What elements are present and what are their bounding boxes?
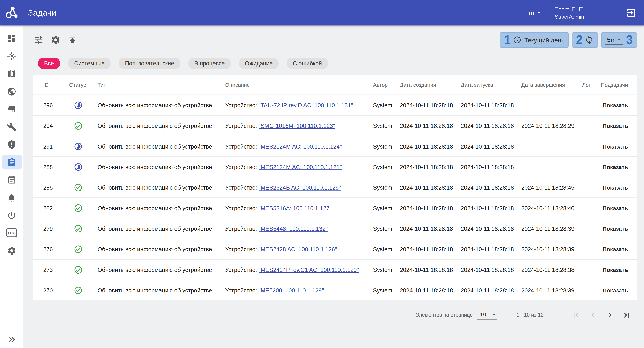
user-menu[interactable]: Eccm E. E. SuperAdmin	[554, 6, 585, 20]
filter-settings-button[interactable]	[34, 35, 44, 45]
cell-description: Устройство: "MES2124M AC: 100.110.1.124"	[225, 143, 373, 149]
subtasks-show-button[interactable]: Показать	[602, 287, 628, 294]
device-link[interactable]: "MES2324B AC: 100.110.1.125"	[258, 184, 341, 191]
status-in-progress-icon	[74, 101, 83, 110]
cell-finished: 2024-10-11 18:28:39	[521, 225, 582, 232]
chevron-right-icon	[605, 310, 615, 320]
cell-id: 285	[43, 184, 69, 191]
sidebar-item-settings[interactable]	[2, 243, 22, 258]
column-header: Дата создания	[400, 82, 461, 88]
cell-id: 296	[43, 102, 69, 108]
subtasks-show-button[interactable]: Показать	[602, 102, 628, 108]
clock-icon	[513, 36, 522, 44]
chevron-down-icon	[490, 311, 498, 318]
subtasks-show-button[interactable]: Показать	[602, 226, 628, 232]
subtasks-show-button[interactable]: Показать	[602, 246, 628, 253]
chevron-left-icon	[588, 310, 598, 320]
tasks-table: IDСтатусТипОписаниеАвторДата созданияДат…	[33, 75, 638, 300]
language-selector[interactable]: ru	[529, 9, 543, 17]
prev-page-button[interactable]	[588, 310, 598, 320]
cell-created: 2024-10-11 18:28:18	[400, 225, 461, 232]
toolbar: 1 Текущий день 2 5m	[24, 26, 644, 48]
table-row: 285 Обновить всю информацию об устройств…	[33, 177, 638, 198]
subtasks-show-button[interactable]: Показать	[602, 123, 628, 129]
cell-description: Устройство: "MES2424P rev.C1 AC: 100.110…	[225, 266, 373, 273]
column-header: Тип	[98, 82, 225, 88]
sidebar-item-calendar[interactable]	[2, 172, 22, 187]
cell-description: Устройство: "MES2428 AC: 100.110.1.126"	[225, 246, 373, 252]
sidebar-item-sessions[interactable]	[2, 208, 22, 223]
chip-label: С ошибкой	[293, 60, 322, 67]
sidebar-item-incidents[interactable]	[2, 49, 22, 63]
clipboard-icon	[7, 157, 16, 167]
device-link[interactable]: "MES2124M AC: 100.110.1.121"	[258, 163, 342, 170]
device-link[interactable]: "MES5316A: 100.110.1.127"	[258, 205, 332, 211]
subtasks-show-button[interactable]: Показать	[602, 164, 628, 170]
language-value: ru	[529, 9, 534, 16]
cell-type: Обновить всю информацию об устройстве	[98, 184, 225, 191]
status-in-progress-icon	[74, 142, 83, 151]
cell-started: 2024-10-11 18:28:18	[461, 246, 521, 252]
app: Задачи ru Eccm E. E. SuperAdmin	[0, 0, 644, 348]
cell-subtasks: Показать	[595, 122, 628, 129]
cell-description: Устройство: "ME5200: 100.110.1.128"	[225, 287, 373, 293]
interval-value: 5m	[607, 36, 616, 43]
cell-id: 279	[43, 225, 69, 232]
desc-prefix: Устройство:	[225, 225, 258, 232]
sidebar-item-devices[interactable]	[2, 102, 22, 116]
per-page-select[interactable]: 10	[477, 311, 498, 319]
cell-author: System	[373, 163, 400, 170]
last-page-button[interactable]	[622, 310, 632, 320]
sidebar-expand-button[interactable]	[0, 335, 24, 345]
cell-finished: 2024-10-11 18:28:38	[521, 266, 582, 273]
cell-finished: 2024-10-11 18:28:39	[521, 246, 582, 252]
column-header: Дата запуска	[461, 82, 521, 88]
filter-chip[interactable]: В процессе	[188, 58, 231, 69]
chip-label: Системные	[74, 60, 105, 67]
sidebar-item-alerts[interactable]	[2, 137, 22, 152]
device-link[interactable]: "ME5200: 100.110.1.128"	[258, 287, 324, 293]
sidebar-item-notifications[interactable]	[2, 190, 22, 205]
filter-chip[interactable]: Ожидание	[239, 58, 279, 69]
cell-finished: 2024-10-11 18:28:29	[521, 122, 582, 129]
incidents-icon	[7, 51, 16, 61]
export-button[interactable]	[68, 35, 78, 45]
chevron-down-icon	[616, 36, 623, 43]
sidebar-item-network[interactable]	[2, 84, 22, 99]
chip-label: Пользовательские	[125, 60, 174, 67]
first-page-button[interactable]	[571, 310, 581, 320]
subtasks-show-button[interactable]: Показать	[602, 185, 628, 191]
logout-button[interactable]	[626, 8, 636, 18]
device-link[interactable]: "SMG-1016M: 100.110.1.123"	[258, 122, 335, 129]
table-settings-button[interactable]	[51, 35, 60, 45]
device-link[interactable]: "MES2124M AC: 100.110.1.124"	[258, 143, 342, 149]
device-link[interactable]: "MES2424P rev.C1 AC: 100.110.1.129"	[258, 266, 359, 273]
first-page-icon	[571, 310, 581, 320]
sidebar-item-map[interactable]	[2, 66, 22, 81]
device-link[interactable]: "TAU-72.IP rev.D AC: 100.110.1.131"	[258, 102, 353, 108]
calendar-icon	[7, 175, 16, 185]
sidebar-item-dashboard[interactable]	[2, 31, 22, 46]
device-link[interactable]: "MES2428 AC: 100.110.1.126"	[258, 246, 337, 252]
filter-chip[interactable]: Системные	[68, 58, 111, 69]
cell-subtasks: Показать	[595, 266, 628, 273]
refresh-button[interactable]	[585, 35, 594, 45]
filter-chip[interactable]: Все	[38, 58, 60, 69]
sidebar-item-tasks[interactable]	[2, 155, 22, 169]
status-done-icon	[74, 204, 83, 213]
subtasks-show-button[interactable]: Показать	[602, 205, 628, 211]
cell-author: System	[373, 205, 400, 211]
next-page-button[interactable]	[605, 310, 615, 320]
current-day-button[interactable]: Текущий день	[513, 36, 564, 44]
filter-chip[interactable]: Пользовательские	[119, 58, 180, 69]
device-link[interactable]: "MES5448: 100.110.1.132"	[258, 225, 328, 232]
subtasks-show-button[interactable]: Показать	[602, 143, 628, 149]
cell-type: Обновить всю информацию об устройстве	[98, 122, 225, 129]
subtasks-show-button[interactable]: Показать	[602, 267, 628, 273]
status-done-icon	[74, 265, 83, 274]
cell-subtasks: Показать	[595, 184, 628, 191]
interval-select[interactable]: 5m	[606, 35, 623, 45]
filter-chip[interactable]: С ошибкой	[287, 58, 328, 69]
sidebar-item-tools[interactable]	[2, 119, 22, 134]
sidebar-item-logs[interactable]: LOG	[2, 225, 22, 240]
